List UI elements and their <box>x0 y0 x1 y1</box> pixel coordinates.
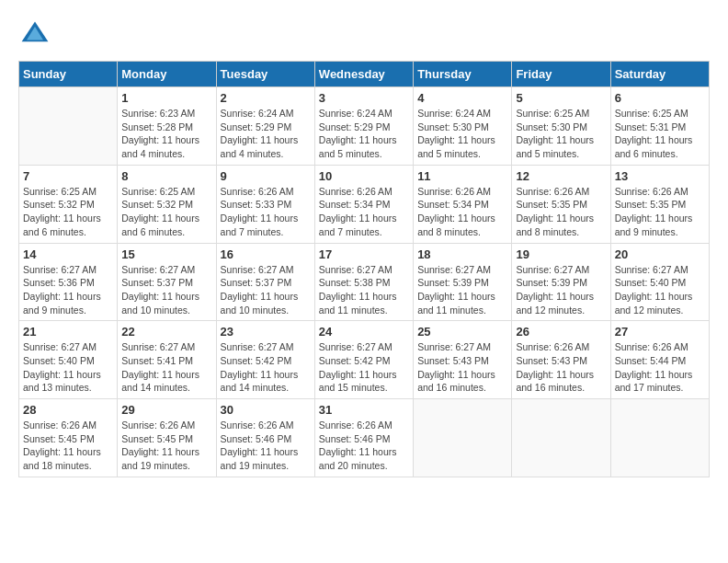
day-number: 20 <box>615 247 705 261</box>
day-number: 16 <box>221 247 311 261</box>
day-number: 6 <box>615 91 705 105</box>
day-info: Sunrise: 6:27 AMSunset: 5:39 PMDaylight:… <box>516 263 606 317</box>
day-info: Sunrise: 6:25 AMSunset: 5:31 PMDaylight:… <box>615 107 705 161</box>
day-info: Sunrise: 6:24 AMSunset: 5:29 PMDaylight:… <box>319 107 409 161</box>
header-friday: Friday <box>512 62 610 87</box>
calendar-cell: 5Sunrise: 6:25 AMSunset: 5:30 PMDaylight… <box>512 87 610 166</box>
calendar-cell: 1Sunrise: 6:23 AMSunset: 5:28 PMDaylight… <box>118 87 216 166</box>
week-row-3: 21Sunrise: 6:27 AMSunset: 5:40 PMDayligh… <box>19 321 710 399</box>
calendar-cell: 20Sunrise: 6:27 AMSunset: 5:40 PMDayligh… <box>610 243 709 321</box>
day-info: Sunrise: 6:26 AMSunset: 5:34 PMDaylight:… <box>417 185 507 239</box>
day-info: Sunrise: 6:26 AMSunset: 5:45 PMDaylight:… <box>23 419 113 473</box>
calendar-cell: 14Sunrise: 6:27 AMSunset: 5:36 PMDayligh… <box>19 243 118 321</box>
day-number: 23 <box>221 325 311 339</box>
day-number: 29 <box>121 403 211 417</box>
day-info: Sunrise: 6:26 AMSunset: 5:33 PMDaylight:… <box>221 185 311 239</box>
calendar-cell: 19Sunrise: 6:27 AMSunset: 5:39 PMDayligh… <box>512 243 610 321</box>
week-row-2: 14Sunrise: 6:27 AMSunset: 5:36 PMDayligh… <box>19 243 710 321</box>
day-info: Sunrise: 6:26 AMSunset: 5:46 PMDaylight:… <box>221 419 311 473</box>
week-row-4: 28Sunrise: 6:26 AMSunset: 5:45 PMDayligh… <box>19 399 710 477</box>
header-saturday: Saturday <box>610 62 709 87</box>
day-number: 12 <box>516 169 606 183</box>
week-row-1: 7Sunrise: 6:25 AMSunset: 5:32 PMDaylight… <box>19 165 710 243</box>
calendar-cell: 13Sunrise: 6:26 AMSunset: 5:35 PMDayligh… <box>610 165 709 243</box>
day-info: Sunrise: 6:26 AMSunset: 5:46 PMDaylight:… <box>319 419 409 473</box>
day-number: 18 <box>417 247 507 261</box>
day-info: Sunrise: 6:27 AMSunset: 5:39 PMDaylight:… <box>417 263 507 317</box>
calendar-cell: 17Sunrise: 6:27 AMSunset: 5:38 PMDayligh… <box>314 243 413 321</box>
day-number: 11 <box>417 169 507 183</box>
calendar-header-row: SundayMondayTuesdayWednesdayThursdayFrid… <box>19 62 710 87</box>
day-info: Sunrise: 6:25 AMSunset: 5:32 PMDaylight:… <box>121 185 211 239</box>
calendar-cell: 23Sunrise: 6:27 AMSunset: 5:42 PMDayligh… <box>216 321 314 399</box>
calendar-cell: 28Sunrise: 6:26 AMSunset: 5:45 PMDayligh… <box>19 399 118 477</box>
day-number: 1 <box>121 91 211 105</box>
day-info: Sunrise: 6:27 AMSunset: 5:42 PMDaylight:… <box>221 340 311 395</box>
day-info: Sunrise: 6:26 AMSunset: 5:43 PMDaylight:… <box>516 340 606 395</box>
header-thursday: Thursday <box>414 62 512 87</box>
day-number: 2 <box>221 91 311 105</box>
calendar-cell: 11Sunrise: 6:26 AMSunset: 5:34 PMDayligh… <box>414 165 512 243</box>
logo <box>18 18 55 52</box>
calendar-cell: 9Sunrise: 6:26 AMSunset: 5:33 PMDaylight… <box>216 165 314 243</box>
calendar-cell: 30Sunrise: 6:26 AMSunset: 5:46 PMDayligh… <box>216 399 314 477</box>
day-number: 9 <box>221 169 311 183</box>
calendar-cell: 31Sunrise: 6:26 AMSunset: 5:46 PMDayligh… <box>314 399 413 477</box>
calendar-cell: 12Sunrise: 6:26 AMSunset: 5:35 PMDayligh… <box>512 165 610 243</box>
calendar-cell: 22Sunrise: 6:27 AMSunset: 5:41 PMDayligh… <box>118 321 216 399</box>
calendar-cell: 3Sunrise: 6:24 AMSunset: 5:29 PMDaylight… <box>314 87 413 166</box>
day-number: 7 <box>23 169 113 183</box>
calendar-cell <box>610 399 709 477</box>
day-number: 21 <box>23 325 113 339</box>
calendar-cell: 2Sunrise: 6:24 AMSunset: 5:29 PMDaylight… <box>216 87 314 166</box>
logo-icon <box>18 18 51 52</box>
day-info: Sunrise: 6:27 AMSunset: 5:40 PMDaylight:… <box>23 340 113 395</box>
day-info: Sunrise: 6:27 AMSunset: 5:37 PMDaylight:… <box>221 263 311 317</box>
calendar-cell: 6Sunrise: 6:25 AMSunset: 5:31 PMDaylight… <box>610 87 709 166</box>
day-number: 27 <box>615 325 705 339</box>
calendar-cell: 25Sunrise: 6:27 AMSunset: 5:43 PMDayligh… <box>414 321 512 399</box>
day-number: 22 <box>121 325 211 339</box>
day-number: 4 <box>417 91 507 105</box>
day-info: Sunrise: 6:26 AMSunset: 5:35 PMDaylight:… <box>615 185 705 239</box>
day-info: Sunrise: 6:26 AMSunset: 5:45 PMDaylight:… <box>121 419 211 473</box>
calendar-cell: 18Sunrise: 6:27 AMSunset: 5:39 PMDayligh… <box>414 243 512 321</box>
calendar-cell: 24Sunrise: 6:27 AMSunset: 5:42 PMDayligh… <box>314 321 413 399</box>
day-number: 26 <box>516 325 606 339</box>
day-number: 30 <box>221 403 311 417</box>
calendar-cell: 15Sunrise: 6:27 AMSunset: 5:37 PMDayligh… <box>118 243 216 321</box>
day-number: 28 <box>23 403 113 417</box>
day-info: Sunrise: 6:25 AMSunset: 5:32 PMDaylight:… <box>23 185 113 239</box>
calendar-cell: 8Sunrise: 6:25 AMSunset: 5:32 PMDaylight… <box>118 165 216 243</box>
day-info: Sunrise: 6:27 AMSunset: 5:38 PMDaylight:… <box>319 263 409 317</box>
header-monday: Monday <box>118 62 216 87</box>
header-sunday: Sunday <box>19 62 118 87</box>
day-info: Sunrise: 6:24 AMSunset: 5:30 PMDaylight:… <box>417 107 507 161</box>
day-info: Sunrise: 6:25 AMSunset: 5:30 PMDaylight:… <box>516 107 606 161</box>
day-number: 5 <box>516 91 606 105</box>
calendar-cell: 16Sunrise: 6:27 AMSunset: 5:37 PMDayligh… <box>216 243 314 321</box>
calendar-cell: 26Sunrise: 6:26 AMSunset: 5:43 PMDayligh… <box>512 321 610 399</box>
calendar-cell <box>512 399 610 477</box>
day-number: 25 <box>417 325 507 339</box>
day-info: Sunrise: 6:26 AMSunset: 5:34 PMDaylight:… <box>319 185 409 239</box>
day-number: 13 <box>615 169 705 183</box>
day-info: Sunrise: 6:26 AMSunset: 5:44 PMDaylight:… <box>615 340 705 395</box>
day-info: Sunrise: 6:27 AMSunset: 5:37 PMDaylight:… <box>121 263 211 317</box>
day-number: 3 <box>319 91 409 105</box>
day-number: 31 <box>319 403 409 417</box>
day-info: Sunrise: 6:27 AMSunset: 5:40 PMDaylight:… <box>615 263 705 317</box>
day-info: Sunrise: 6:27 AMSunset: 5:42 PMDaylight:… <box>319 340 409 395</box>
day-info: Sunrise: 6:27 AMSunset: 5:43 PMDaylight:… <box>417 340 507 395</box>
week-row-0: 1Sunrise: 6:23 AMSunset: 5:28 PMDaylight… <box>19 87 710 166</box>
calendar-cell <box>414 399 512 477</box>
calendar-cell: 29Sunrise: 6:26 AMSunset: 5:45 PMDayligh… <box>118 399 216 477</box>
day-number: 10 <box>319 169 409 183</box>
day-info: Sunrise: 6:24 AMSunset: 5:29 PMDaylight:… <box>221 107 311 161</box>
calendar-cell: 21Sunrise: 6:27 AMSunset: 5:40 PMDayligh… <box>19 321 118 399</box>
day-info: Sunrise: 6:27 AMSunset: 5:36 PMDaylight:… <box>23 263 113 317</box>
day-number: 8 <box>121 169 211 183</box>
calendar-cell: 10Sunrise: 6:26 AMSunset: 5:34 PMDayligh… <box>314 165 413 243</box>
day-info: Sunrise: 6:27 AMSunset: 5:41 PMDaylight:… <box>121 340 211 395</box>
calendar-cell: 4Sunrise: 6:24 AMSunset: 5:30 PMDaylight… <box>414 87 512 166</box>
